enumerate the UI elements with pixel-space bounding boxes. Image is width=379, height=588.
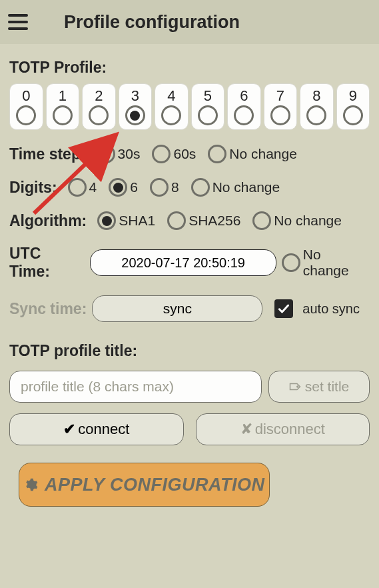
sync-label: Sync time: [9, 300, 87, 318]
profile-slot-2[interactable]: 2 [82, 83, 116, 130]
disconnect-label: disconnect [255, 421, 325, 438]
profile-slot-6[interactable]: 6 [227, 83, 261, 130]
auto-sync-checkbox[interactable] [274, 299, 293, 318]
radio-icon [68, 178, 87, 197]
digits-option-label: No change [212, 179, 280, 195]
svg-point-0 [297, 386, 298, 387]
radio-icon [89, 105, 109, 125]
profile-slot-4[interactable]: 4 [155, 83, 189, 130]
gear-icon [23, 477, 38, 492]
utc-row: UTC Time: No change [9, 245, 370, 281]
radio-icon [53, 105, 73, 125]
close-icon: ✘ [240, 421, 252, 438]
digits-label: Digits: [9, 179, 57, 197]
utc-time-input[interactable] [90, 249, 276, 276]
algorithm-option-sha256[interactable]: SHA256 [167, 211, 240, 230]
timestep-option-no-change[interactable]: No change [208, 145, 297, 163]
radio-icon [191, 178, 210, 197]
timestep-option-60s[interactable]: 60s [152, 145, 196, 163]
radio-icon [97, 145, 115, 163]
digits-option-label: 8 [171, 179, 179, 195]
algorithm-label: Algorithm: [9, 212, 87, 230]
content-area: TOTP Profile: 0123456789 Time step: 30s6… [0, 44, 379, 445]
profile-slot-number: 4 [167, 87, 175, 105]
radio-icon [167, 211, 186, 230]
connect-label: connect [78, 421, 129, 438]
app-header: Profile configuration [0, 0, 379, 44]
profile-slot-7[interactable]: 7 [264, 83, 298, 130]
profile-slot-5[interactable]: 5 [191, 83, 225, 130]
algorithm-row: Algorithm: SHA1SHA256No change [9, 211, 370, 230]
connect-button[interactable]: ✔ connect [9, 413, 184, 445]
algorithm-option-no-change[interactable]: No change [252, 211, 342, 230]
profile-slot-number: 6 [240, 87, 248, 105]
digits-option-8[interactable]: 8 [150, 178, 179, 197]
radio-icon [306, 105, 326, 125]
profile-title-label: TOTP profile title: [9, 342, 370, 360]
radio-icon [125, 105, 145, 125]
radio-icon [97, 211, 116, 230]
radio-icon [161, 105, 181, 125]
apply-label: APPLY CONFIGURATION [45, 475, 265, 495]
digits-row: Digits: 468No change [9, 178, 370, 197]
radio-icon [343, 105, 363, 125]
profile-slot-3[interactable]: 3 [119, 83, 153, 130]
sync-button[interactable]: sync [92, 295, 262, 322]
apply-configuration-button[interactable]: APPLY CONFIGURATION [19, 463, 270, 507]
radio-icon [208, 145, 226, 163]
totp-profile-selector: 0123456789 [9, 83, 370, 130]
profile-slot-number: 1 [59, 87, 67, 105]
digits-option-4[interactable]: 4 [68, 178, 97, 197]
profile-slot-9[interactable]: 9 [336, 83, 370, 130]
digits-option-label: 6 [130, 179, 138, 195]
profile-title-input[interactable] [9, 371, 262, 403]
radio-icon [252, 211, 271, 230]
disconnect-button[interactable]: ✘ disconnect [196, 413, 370, 445]
timestep-option-label: 60s [173, 146, 196, 162]
profile-slot-8[interactable]: 8 [300, 83, 334, 130]
set-title-button[interactable]: set title [268, 371, 370, 403]
totp-profile-label: TOTP Profile: [9, 59, 370, 77]
profile-slot-number: 8 [312, 87, 320, 105]
profile-slot-number: 0 [22, 87, 30, 105]
profile-slot-number: 2 [95, 87, 103, 105]
timestep-label: Time step: [9, 145, 86, 163]
set-title-label: set title [305, 379, 350, 395]
radio-icon [270, 105, 290, 125]
timestep-option-label: No change [229, 146, 297, 162]
profile-slot-number: 5 [204, 87, 212, 105]
timestep-row: Time step: 30s60sNo change [9, 145, 370, 163]
algorithm-option-label: SHA256 [189, 213, 240, 229]
algorithm-option-label: No change [274, 213, 342, 229]
digits-option-6[interactable]: 6 [109, 178, 138, 197]
radio-icon [198, 105, 218, 125]
tag-icon [289, 382, 301, 391]
profile-slot-1[interactable]: 1 [46, 83, 80, 130]
profile-slot-number: 9 [349, 87, 357, 105]
connect-row: ✔ connect ✘ disconnect [9, 413, 370, 445]
sync-row: Sync time: sync auto sync [9, 295, 370, 322]
check-icon: ✔ [63, 421, 75, 438]
timestep-option-label: 30s [118, 146, 141, 162]
utc-nochange-label: No change [303, 247, 370, 279]
radio-icon [152, 145, 171, 163]
profile-slot-number: 7 [276, 87, 284, 105]
timestep-option-30s[interactable]: 30s [97, 145, 141, 163]
profile-title-row: set title [9, 371, 370, 403]
page-title: Profile configuration [64, 12, 240, 33]
menu-icon[interactable] [8, 7, 37, 37]
algorithm-option-label: SHA1 [119, 213, 155, 229]
radio-icon [234, 105, 254, 125]
radio-icon [16, 105, 36, 125]
radio-icon [109, 178, 127, 197]
auto-sync-label: auto sync [302, 301, 360, 317]
digits-option-label: 4 [89, 179, 97, 195]
algorithm-option-sha1[interactable]: SHA1 [97, 211, 155, 230]
profile-slot-0[interactable]: 0 [9, 83, 43, 130]
utc-label: UTC Time: [9, 245, 85, 281]
radio-icon [150, 178, 169, 197]
utc-nochange-radio[interactable]: No change [282, 247, 370, 279]
profile-slot-number: 3 [131, 87, 139, 105]
digits-option-no-change[interactable]: No change [191, 178, 280, 197]
